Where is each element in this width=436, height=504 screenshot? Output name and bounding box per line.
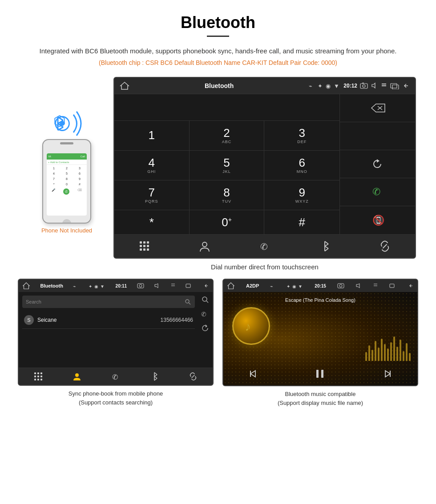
music-caption-line2: (Support display music file name) — [278, 399, 363, 408]
phone-home-button[interactable] — [62, 219, 71, 224]
dial-key-6[interactable]: 6 MNO — [264, 151, 339, 180]
phone-icon[interactable]: ✆ — [258, 240, 271, 252]
svg-point-52 — [186, 300, 189, 303]
phone-key-8[interactable]: 8 — [61, 176, 73, 181]
dial-key-9[interactable]: 9 WXYZ — [264, 180, 339, 210]
bluetooth-specs: (Bluetooth chip : CSR BC6 Default Blueto… — [18, 59, 418, 66]
phone-mockup: M:Call + Add to Contacts 1 2 3 4 5 6 7 8… — [42, 139, 91, 224]
cam-icon-small[interactable] — [137, 283, 144, 289]
phonebook-item: Bluetooth ⌁ ✦ ◉ ▼ 20:11 — [18, 279, 214, 407]
refresh-right-icon[interactable] — [201, 324, 209, 332]
phone-key-2[interactable]: 2 — [61, 166, 73, 171]
dialpad-icon-pb[interactable] — [33, 372, 43, 381]
phone-mockup-area: ⬡ ⦿ — [20, 77, 113, 234]
back-icon[interactable] — [402, 82, 410, 89]
svg-text:📵: 📵 — [372, 214, 385, 226]
phone-key-0[interactable]: 0 — [61, 182, 73, 187]
phone-icon-pb[interactable]: ✆ — [111, 372, 121, 381]
svg-line-37 — [325, 241, 328, 244]
svg-rect-33 — [147, 248, 149, 251]
svg-line-73 — [154, 378, 157, 380]
win-icon-music[interactable] — [389, 283, 396, 288]
dial-screen: Bluetooth ⌁ ✦ ◉ ▼ — [113, 77, 416, 259]
backspace-icon[interactable] — [370, 102, 386, 114]
vol-icon-small[interactable] — [154, 283, 160, 289]
bluetooth-icon[interactable] — [319, 240, 331, 252]
contacts-icon[interactable] — [198, 240, 211, 252]
refresh-icon[interactable] — [371, 157, 384, 171]
prev-icon[interactable] — [249, 368, 262, 380]
contacts-icon-pb[interactable] — [72, 372, 82, 381]
svg-text:⌁: ⌁ — [73, 284, 76, 289]
phone-key-hash[interactable]: # — [73, 182, 86, 187]
play-pause-icon[interactable] — [313, 367, 327, 381]
vol-icon-music[interactable] — [355, 283, 362, 289]
music-item: A2DP ⌁ ✦ ◉ ▼ 20:15 — [222, 279, 418, 407]
dial-key-5[interactable]: 5 JKL — [190, 151, 265, 180]
dialpad-row-2: 4 GHI 5 JKL 6 MNO — [114, 151, 339, 180]
dial-key-0[interactable]: 0+ — [190, 210, 265, 234]
dial-key-star[interactable]: * — [114, 210, 190, 234]
window-icon[interactable] — [390, 82, 399, 89]
x-icon-small[interactable] — [170, 283, 176, 288]
call-green-icon[interactable]: ✆ — [370, 184, 385, 200]
x-icon-music[interactable] — [373, 283, 378, 288]
refresh-cell[interactable] — [340, 150, 415, 178]
bt-icon-small: ✦ — [89, 283, 93, 288]
dial-key-7[interactable]: 7 PQRS — [114, 180, 190, 210]
next-icon[interactable] — [379, 368, 392, 380]
music-screen: A2DP ⌁ ✦ ◉ ▼ 20:15 — [222, 279, 418, 386]
call-end-red-icon[interactable]: 📵 — [370, 213, 385, 228]
bluetooth-status-icon: ✦ — [318, 82, 323, 89]
search-right-icon[interactable] — [201, 296, 209, 304]
dial-key-3[interactable]: 3 DEF — [264, 121, 339, 150]
dial-topbar: Bluetooth ⌁ ✦ ◉ ▼ — [114, 78, 415, 94]
call-red-cell[interactable]: 📵 — [340, 206, 415, 234]
link-icon-pb[interactable] — [188, 372, 198, 381]
win-icon-small[interactable] — [186, 283, 193, 288]
dial-key-hash[interactable]: # — [264, 210, 339, 234]
phone-key-9[interactable]: 9 — [73, 176, 86, 181]
album-art: ♪ — [232, 307, 270, 345]
bluetooth-icon-pb[interactable] — [149, 372, 159, 381]
svg-marker-41 — [23, 283, 29, 289]
phone-screen: M:Call + Add to Contacts 1 2 3 4 5 6 7 8… — [47, 153, 87, 216]
dialpad-icon[interactable] — [138, 240, 151, 252]
phone-key-4[interactable]: 4 — [48, 171, 60, 176]
music-caption-line1: Bluetooth music compatible — [278, 390, 363, 399]
dial-key-2[interactable]: 2 ABC — [190, 121, 265, 150]
dial-key-8[interactable]: 8 TUV — [190, 180, 265, 210]
back-icon-music[interactable] — [408, 283, 414, 288]
phone-key-star[interactable]: * — [48, 182, 60, 187]
home-icon-small[interactable] — [22, 282, 30, 289]
call-green-cell[interactable]: ✆ — [340, 178, 415, 206]
back-icon-small[interactable] — [203, 283, 209, 288]
cam-icon-music[interactable] — [337, 283, 344, 289]
phone-key-5[interactable]: 5 — [61, 171, 73, 176]
camera-icon[interactable] — [360, 82, 368, 89]
svg-point-80 — [339, 284, 342, 287]
phonebook-screen: Bluetooth ⌁ ✦ ◉ ▼ 20:11 — [18, 279, 214, 386]
dial-key-4[interactable]: 4 GHI — [114, 151, 190, 180]
location-icon: ◉ — [326, 82, 331, 89]
contact-row[interactable]: S Seicane 13566664466 — [22, 312, 195, 329]
search-bar[interactable]: Search — [22, 296, 195, 308]
phone-keypad: 1 2 3 4 5 6 7 8 9 * 0 # — [47, 165, 87, 188]
dialpad-right: ✆ 📵 — [339, 94, 415, 234]
equalizer — [365, 334, 411, 361]
close-icon[interactable] — [380, 82, 388, 89]
dial-key-1[interactable]: 1 — [114, 121, 190, 150]
phone-key-6[interactable]: 6 — [73, 171, 86, 176]
home-icon-music[interactable] — [227, 282, 235, 289]
svg-point-67 — [75, 373, 79, 377]
bluetooth-icon-area: ⬡ ⦿ — [49, 108, 85, 139]
right-cell-empty — [340, 122, 415, 150]
phone-key-3[interactable]: 3 — [73, 166, 86, 171]
phone-key-7[interactable]: 7 — [48, 176, 60, 181]
home-icon[interactable] — [120, 82, 129, 90]
phone-right-icon[interactable]: ✆ — [201, 310, 209, 318]
music-body: Escape (The Pina Colada Song) ♪ — [223, 292, 417, 385]
volume-icon[interactable] — [371, 82, 378, 89]
link-icon[interactable] — [379, 240, 391, 252]
phone-key-1[interactable]: 1 — [48, 166, 60, 171]
